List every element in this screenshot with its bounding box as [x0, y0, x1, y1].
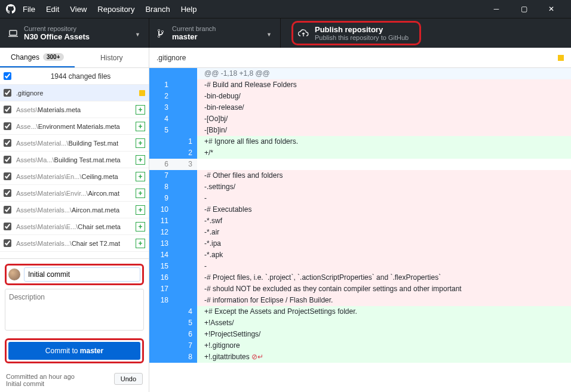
- file-checkbox[interactable]: [4, 206, 11, 214]
- diff-code: [197, 159, 571, 170]
- diff-code: +/*: [197, 147, 571, 159]
- file-row[interactable]: Assets\Materials...\Aircon.mat.meta+: [0, 202, 149, 218]
- menu-view[interactable]: View: [70, 5, 87, 14]
- gutter-old: 1: [149, 79, 173, 91]
- diff-line: 11-*.swf: [149, 215, 571, 227]
- diff-code: -*.swf: [197, 215, 571, 227]
- file-checkbox[interactable]: [4, 239, 11, 247]
- file-row[interactable]: Asse...\Environment Materials.meta+: [0, 118, 149, 135]
- gutter-new: [173, 193, 197, 204]
- diff-line: 8-.settings/: [149, 181, 571, 193]
- maximize-button[interactable]: ▢: [510, 0, 538, 18]
- commit-button[interactable]: Commit to master: [8, 342, 140, 360]
- gutter-new: [173, 249, 197, 261]
- select-all-checkbox[interactable]: [4, 72, 11, 80]
- diff-code: -[Bb]in/: [197, 125, 571, 136]
- file-name: Assets\Material...\Building Test.mat: [16, 140, 136, 147]
- gutter-old: 17: [149, 283, 173, 295]
- avatar: [8, 268, 20, 280]
- gutter-old: [149, 340, 173, 351]
- current-repository-dropdown[interactable]: Current repository N30 Office Assets ▼: [0, 18, 149, 48]
- gutter-new: 3: [173, 159, 197, 170]
- github-logo-icon: [6, 4, 16, 14]
- menu-help[interactable]: Help: [181, 5, 197, 14]
- diff-code: -# Executables: [197, 204, 571, 215]
- gutter-old: 14: [149, 249, 173, 261]
- diff-code: -.settings/: [197, 181, 571, 193]
- diff-line: 3-bin-release/: [149, 102, 571, 113]
- diff-line: 2-bin-debug/: [149, 91, 571, 102]
- diff-body[interactable]: @@ -1,18 +1,8 @@1-# Build and Release Fo…: [149, 68, 571, 392]
- file-checkbox[interactable]: [4, 189, 11, 197]
- app-menu: File Edit View Repository Branch Help: [23, 5, 483, 14]
- tab-history[interactable]: History: [75, 48, 149, 67]
- diff-code: +# Ignore all files and folders.: [197, 136, 571, 147]
- menu-repository[interactable]: Repository: [97, 5, 134, 14]
- close-button[interactable]: ✕: [538, 0, 565, 18]
- publish-section: Publish repository Publish this reposito…: [281, 18, 571, 48]
- cloud-upload-icon: [298, 29, 309, 38]
- file-checkbox[interactable]: [4, 122, 11, 130]
- file-checkbox[interactable]: [4, 89, 11, 97]
- gutter-old: [149, 306, 173, 317]
- diff-code: -# Project files, i.e. `.project`, `.act…: [197, 272, 571, 283]
- file-checkbox[interactable]: [4, 156, 11, 163]
- file-name: Assets\Materials\En...\Ceiling.meta: [16, 173, 136, 180]
- tab-changes-label: Changes: [11, 53, 39, 61]
- modified-icon: [139, 90, 145, 96]
- file-row[interactable]: .gitignore: [0, 85, 149, 101]
- added-icon: +: [136, 105, 145, 115]
- menu-edit[interactable]: Edit: [46, 5, 59, 14]
- file-checkbox[interactable]: [4, 223, 11, 230]
- file-row[interactable]: Assets\Material...\Building Test.mat+: [0, 135, 149, 152]
- last-commit-time: Committed an hour ago: [6, 373, 75, 380]
- file-row[interactable]: Assets\Ma...\Building Test.mat.meta+: [0, 152, 149, 168]
- diff-code: -# Other files and folders: [197, 170, 571, 181]
- diff-code: -# Build and Release Folders: [197, 79, 571, 91]
- diff-line: 7-# Other files and folders: [149, 170, 571, 181]
- commit-summary-input[interactable]: [24, 267, 140, 282]
- gutter-old: [149, 68, 173, 79]
- added-icon: +: [136, 205, 145, 215]
- diff-view: .gitignore @@ -1,18 +1,8 @@1-# Build and…: [149, 48, 571, 392]
- file-name: Assets\Materials...\Aircon.mat.meta: [16, 206, 136, 214]
- minimize-button[interactable]: ─: [483, 0, 510, 18]
- diff-line: 9-: [149, 193, 571, 204]
- publish-repository-button[interactable]: Publish repository Publish this reposito…: [291, 21, 421, 45]
- file-row[interactable]: Assets\Materials.meta+: [0, 101, 149, 118]
- gutter-new: 1: [173, 136, 197, 147]
- file-row[interactable]: Assets\Materials...\Chair set T2.mat+: [0, 235, 149, 252]
- gutter-old: 5: [149, 125, 173, 136]
- menu-branch[interactable]: Branch: [145, 5, 170, 14]
- gutter-new: [173, 272, 197, 283]
- current-branch-dropdown[interactable]: Current branch master ▼: [149, 18, 281, 48]
- window-controls: ─ ▢ ✕: [483, 0, 565, 18]
- sidebar: Changes 300+ History 1944 changed files …: [0, 48, 149, 392]
- gutter-new: 2: [173, 147, 197, 159]
- laptop-icon: [8, 29, 18, 38]
- file-row[interactable]: Assets\Materials\E...\Chair set.meta+: [0, 218, 149, 235]
- tab-changes[interactable]: Changes 300+: [0, 48, 75, 67]
- diff-code: -bin-debug/: [197, 91, 571, 102]
- menu-file[interactable]: File: [23, 5, 35, 14]
- commit-button-branch: master: [80, 347, 103, 355]
- undo-button[interactable]: Undo: [114, 373, 143, 385]
- diff-code: +!ProjectSettings/: [197, 329, 571, 340]
- file-checkbox[interactable]: [4, 139, 11, 147]
- gutter-old: 18: [149, 295, 173, 306]
- diff-code: -bin-release/: [197, 102, 571, 113]
- gutter-old: [149, 147, 173, 159]
- commit-description-input[interactable]: [5, 289, 144, 331]
- added-icon: +: [136, 239, 145, 248]
- gutter-new: 6: [173, 329, 197, 340]
- gutter-new: [173, 79, 197, 91]
- gutter-old: 4: [149, 113, 173, 125]
- file-checkbox[interactable]: [4, 106, 11, 113]
- file-row[interactable]: Assets\Materials\En...\Ceiling.meta+: [0, 168, 149, 185]
- diff-code: +!.gitattributes ⊘↵: [197, 351, 571, 363]
- gutter-old: [149, 136, 173, 147]
- file-checkbox[interactable]: [4, 172, 11, 180]
- added-icon: +: [136, 155, 145, 165]
- diff-code: -# information for Eclipse / Flash Build…: [197, 295, 571, 306]
- file-row[interactable]: Assets\Materials\Envir...\Aircon.mat+: [0, 185, 149, 202]
